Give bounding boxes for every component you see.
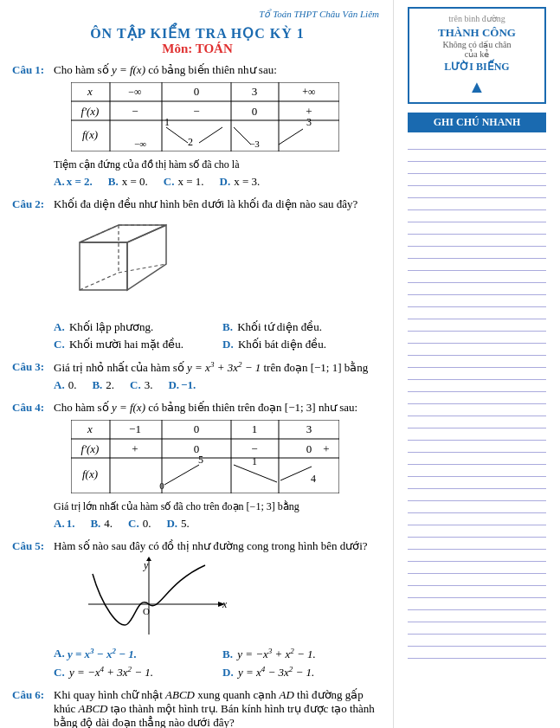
- q5-ans-a: A. y = x3 − x2 − 1.: [54, 646, 214, 660]
- svg-text:2: 2: [188, 136, 193, 148]
- note-line: [408, 138, 546, 150]
- q1-label: Câu 1:: [12, 63, 54, 77]
- q1-answers: A. x = 2. B. x = 0. C. x = 1. D. x = 3.: [54, 175, 383, 189]
- note-line: [408, 186, 546, 198]
- svg-text:+: +: [132, 442, 138, 455]
- book-icon: ▲: [415, 77, 539, 97]
- sidebar: trên bình đường THÀNH CÔNG Không có dấu …: [394, 0, 560, 728]
- variation-table-2: x −1 0 1 3 f′(x) + 0 − 0 + f(: [71, 420, 339, 493]
- q5-text: Hàm số nào sau đây có đồ thị như đường c…: [54, 539, 368, 552]
- svg-text:x: x: [222, 598, 227, 610]
- svg-text:3: 3: [306, 422, 312, 435]
- cube-svg: [62, 216, 175, 312]
- svg-line-21: [199, 127, 222, 143]
- q6-body: Khi quay hình chữ nhật ABCD xung quanh c…: [54, 688, 383, 728]
- q4-table: x −1 0 1 3 f′(x) + 0 − 0 + f(: [71, 420, 383, 497]
- q2-ans-b: B. Khối tứ diện đều.: [222, 320, 383, 334]
- question-1: Câu 1: Cho hàm số y = f(x) có bảng biến …: [12, 63, 383, 192]
- svg-line-33: [80, 273, 119, 290]
- title-line2: Môn: TOÁN: [12, 42, 383, 56]
- q2-answers: A. Khối lập phương. B. Khối tứ diện đều.…: [54, 320, 383, 351]
- svg-text:+∞: +∞: [302, 86, 315, 98]
- q2-ans-c: C. Khối mười hai mặt đều.: [54, 338, 214, 351]
- question-4: Câu 4: Cho hàm số y = f(x) có bảng biến …: [12, 401, 383, 534]
- note-line: [408, 150, 546, 162]
- q1-ans-b: B. x = 0.: [108, 175, 148, 189]
- note-line: [408, 319, 546, 332]
- svg-text:−: −: [132, 105, 138, 118]
- q4-ans-c: C. 0.: [128, 517, 151, 531]
- svg-text:0: 0: [306, 442, 312, 455]
- note-line: [408, 477, 546, 489]
- q4-ans-a: A. 1.: [54, 517, 74, 531]
- q5-ans-c: C. y = −x4 + 3x2 − 1.: [54, 665, 214, 680]
- q1-table: x −∞ 0 3 +∞ f′(x) − − 0 +: [71, 82, 383, 155]
- svg-text:−3: −3: [249, 139, 260, 149]
- svg-line-57: [234, 465, 277, 482]
- note-line: [408, 210, 546, 222]
- q4-text: Cho hàm số y = f(x) có bảng biến thiên t…: [54, 401, 357, 414]
- q3-label: Câu 3:: [12, 360, 54, 374]
- note-line: [408, 307, 546, 319]
- note-line: [408, 598, 546, 610]
- q5-figure: x y O: [80, 557, 383, 642]
- q4-label: Câu 4:: [12, 401, 54, 415]
- svg-line-24: [279, 129, 303, 145]
- q4-ans-d: D. 5.: [166, 517, 189, 531]
- q5-body: Hàm số nào sau đây có đồ thị như đường c…: [54, 539, 383, 683]
- q2-ans-d: D. Khối bát diện đều.: [222, 338, 383, 351]
- book-top-text: trên bình đường: [415, 14, 539, 23]
- note-line: [408, 332, 546, 344]
- sidebar-book: trên bình đường THÀNH CÔNG Không có dấu …: [408, 7, 546, 104]
- question-5: Câu 5: Hàm số nào sau đây có đồ thị như …: [12, 539, 383, 683]
- book-sub: Không có dấu châncủa kẻ: [415, 40, 539, 59]
- q2-figure: [62, 216, 383, 315]
- note-line: [408, 489, 546, 501]
- note-line: [408, 295, 546, 307]
- q4-answers: A. 1. B. 4. C. 0. D. 5.: [54, 517, 383, 531]
- note-line: [408, 380, 546, 392]
- note-line: [408, 428, 546, 441]
- title-block: ÔN TẬP KIỂM TRA HỌC KỲ 1 Môn: TOÁN: [12, 25, 383, 56]
- note-line: [408, 404, 546, 416]
- q5-ans-b: B. y = −x3 + x2 − 1.: [222, 646, 383, 660]
- note-line: [408, 235, 546, 247]
- note-line: [408, 416, 546, 428]
- question-3: Câu 3: Giá trị nhỏ nhất của hàm số y = x…: [12, 360, 383, 396]
- svg-text:f′(x): f′(x): [81, 442, 100, 455]
- q3-ans-d: D. −1.: [168, 378, 196, 392]
- note-line: [408, 562, 546, 574]
- note-line: [408, 513, 546, 525]
- note-line: [408, 368, 546, 380]
- svg-marker-27: [80, 242, 127, 290]
- note-line: [408, 586, 546, 598]
- note-line: [408, 356, 546, 368]
- q3-ans-b: B. 2.: [92, 378, 114, 392]
- svg-text:0: 0: [194, 422, 200, 435]
- book-author: LƯỜI BIẾNG: [415, 61, 539, 74]
- svg-text:x: x: [87, 422, 93, 435]
- q3-body: Giá trị nhỏ nhất của hàm số y = x3 + 3x2…: [54, 360, 383, 396]
- svg-text:f(x): f(x): [82, 128, 98, 141]
- q5-answers: A. y = x3 − x2 − 1. B. y = −x3 + x2 − 1.…: [54, 646, 383, 680]
- header-text: Tổ Toán THPT Châu Văn Liêm: [259, 9, 379, 19]
- top-header: Tổ Toán THPT Châu Văn Liêm: [12, 9, 383, 20]
- q3-text: Giá trị nhỏ nhất của hàm số y = x3 + 3x2…: [54, 361, 368, 374]
- note-line: [408, 283, 546, 295]
- note-line: [408, 610, 546, 622]
- q2-text: Khối đa diện đều như hình bên dưới là kh…: [54, 197, 357, 210]
- note-line: [408, 271, 546, 283]
- q5-label: Câu 5:: [12, 539, 54, 553]
- svg-rect-35: [71, 420, 339, 493]
- note-line: [408, 453, 546, 465]
- q5-ans-d: D. y = x4 − 3x2 − 1.: [222, 665, 383, 680]
- note-line: [408, 635, 546, 647]
- note-line: [408, 392, 546, 404]
- question-6: Câu 6: Khi quay hình chữ nhật ABCD xung …: [12, 688, 383, 728]
- svg-text:3: 3: [306, 116, 312, 128]
- title-line1: ÔN TẬP KIỂM TRA HỌC KỲ 1: [12, 25, 383, 42]
- note-line: [408, 222, 546, 235]
- q1-ans-d: D. x = 3.: [220, 175, 261, 189]
- svg-marker-28: [127, 225, 166, 290]
- note-line: [408, 259, 546, 271]
